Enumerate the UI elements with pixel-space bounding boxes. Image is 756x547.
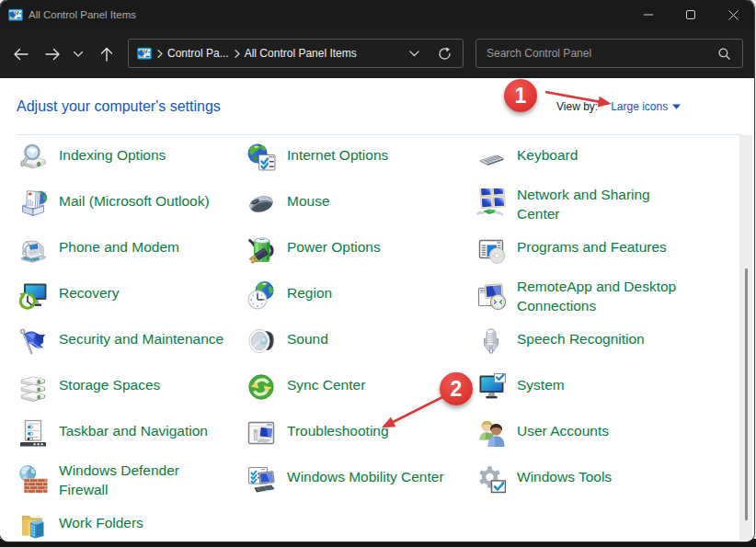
annotation-circle-2: 2 (440, 372, 473, 405)
items-column-1: Indexing Options Mail (Microsoft Outlook… (18, 134, 246, 541)
annotation-circle-1: 1 (504, 79, 537, 112)
item-icon (246, 326, 276, 356)
item-label[interactable]: Mouse (287, 191, 330, 211)
item-label[interactable]: Troubleshooting (287, 421, 389, 440)
item-label[interactable]: Mail (Microsoft Outlook) (59, 191, 210, 211)
up-button[interactable] (93, 40, 120, 68)
close-button[interactable] (712, 0, 754, 29)
item-windows-tools[interactable]: Windows Tools (476, 456, 727, 502)
item-label[interactable]: Internet Options (287, 145, 388, 165)
scrollbar-thumb[interactable] (745, 268, 748, 520)
item-speech-recognition[interactable]: Speech Recognition (476, 318, 727, 364)
item-keyboard[interactable]: Keyboard (476, 134, 727, 180)
item-icon (18, 188, 48, 218)
item-user-accounts[interactable]: User Accounts (476, 410, 727, 456)
item-sound[interactable]: Sound (246, 318, 478, 364)
item-label[interactable]: Network and Sharing Center (517, 185, 650, 223)
item-region[interactable]: Region (246, 272, 478, 318)
items-column-3: Keyboard Network and Sharing Center Prog… (476, 134, 727, 502)
item-label[interactable]: Storage Spaces (59, 375, 160, 394)
back-button[interactable] (6, 40, 34, 68)
item-icon (18, 280, 48, 310)
item-label[interactable]: Windows Mobility Center (287, 467, 444, 486)
item-storage-spaces[interactable]: Storage Spaces (18, 364, 246, 410)
item-network-sharing[interactable]: Network and Sharing Center (476, 180, 727, 226)
up-arrow-icon (100, 47, 113, 62)
breadcrumb-chevron-icon (157, 50, 163, 58)
item-taskbar-navigation[interactable]: Taskbar and Navigation (18, 410, 246, 456)
item-label[interactable]: RemoteApp and Desktop Connections (517, 277, 676, 315)
item-label[interactable]: User Accounts (517, 421, 609, 440)
vertical-scrollbar[interactable] (739, 135, 752, 541)
item-label[interactable]: Recovery (59, 283, 119, 302)
item-defender-firewall[interactable]: Windows Defender Firewall (18, 456, 246, 502)
item-label[interactable]: Work Folders (59, 513, 143, 532)
item-phone-modem[interactable]: Phone and Modem (18, 226, 246, 272)
item-label[interactable]: Region (287, 283, 332, 302)
annotation-number: 1 (515, 84, 527, 108)
maximize-icon (686, 10, 695, 19)
breadcrumb-all-items[interactable]: All Control Panel Items (245, 47, 357, 60)
item-security-maintenance[interactable]: Security and Maintenance (18, 318, 246, 364)
item-icon (18, 372, 48, 402)
item-icon (18, 142, 48, 172)
item-remoteapp[interactable]: RemoteApp and Desktop Connections (476, 272, 727, 318)
forward-arrow-icon (45, 48, 61, 61)
recent-pages-button[interactable] (66, 40, 90, 68)
search-icon[interactable] (718, 48, 730, 60)
item-internet-options[interactable]: Internet Options (246, 134, 478, 180)
item-label[interactable]: Phone and Modem (59, 237, 179, 256)
item-system[interactable]: System (476, 364, 727, 410)
maximize-button[interactable] (670, 0, 712, 29)
view-by-value[interactable]: Large icons (611, 100, 668, 113)
item-icon (476, 418, 506, 448)
item-label[interactable]: Windows Defender Firewall (59, 461, 179, 499)
item-mail-outlook[interactable]: Mail (Microsoft Outlook) (18, 180, 246, 226)
item-label[interactable]: System (517, 375, 565, 394)
item-label[interactable]: Speech Recognition (517, 329, 645, 348)
refresh-icon (438, 47, 452, 61)
search-box[interactable]: Search Control Panel (475, 39, 743, 68)
item-label[interactable]: Sync Center (287, 375, 365, 394)
titlebar: All Control Panel Items (0, 0, 754, 29)
item-icon (476, 188, 506, 218)
forward-button[interactable] (39, 40, 66, 68)
item-icon (246, 280, 276, 310)
refresh-button[interactable] (426, 47, 463, 61)
item-icon (18, 326, 48, 356)
item-icon (18, 234, 48, 264)
item-recovery[interactable]: Recovery (18, 272, 246, 318)
items-column-2: Internet Options Mouse Power Options Reg… (246, 134, 478, 502)
item-label[interactable]: Taskbar and Navigation (59, 421, 208, 440)
item-icon (476, 142, 506, 172)
view-by-caret-icon[interactable] (672, 104, 681, 109)
item-icon (476, 326, 506, 356)
item-label[interactable]: Power Options (287, 237, 381, 256)
item-label[interactable]: Programs and Features (517, 237, 667, 256)
item-programs-features[interactable]: Programs and Features (476, 226, 727, 272)
item-label[interactable]: Sound (287, 329, 328, 348)
item-label[interactable]: Windows Tools (517, 467, 612, 486)
item-icon (246, 464, 276, 494)
item-work-folders[interactable]: Work Folders (18, 502, 246, 541)
item-label[interactable]: Indexing Options (59, 145, 166, 165)
minimize-button[interactable] (627, 0, 670, 29)
search-placeholder: Search Control Panel (487, 47, 718, 60)
item-icon (18, 510, 48, 540)
control-panel-icon (137, 46, 152, 61)
item-label[interactable]: Security and Maintenance (59, 329, 223, 348)
item-icon (246, 188, 276, 218)
item-indexing-options[interactable]: Indexing Options (18, 134, 246, 180)
close-icon (728, 10, 739, 20)
item-mouse[interactable]: Mouse (246, 180, 478, 226)
breadcrumb-control-panel[interactable]: Control Pa... (167, 47, 229, 60)
item-mobility-center[interactable]: Windows Mobility Center (246, 456, 478, 502)
breadcrumb-chevron-icon (235, 50, 240, 58)
address-bar[interactable]: Control Pa... All Control Panel Items (128, 39, 464, 68)
annotation-number: 2 (451, 377, 463, 402)
item-icon (246, 142, 276, 172)
item-power-options[interactable]: Power Options (246, 226, 478, 272)
item-troubleshooting[interactable]: Troubleshooting (246, 410, 478, 456)
item-label[interactable]: Keyboard (517, 145, 578, 165)
view-by-label: View by: (556, 100, 598, 113)
